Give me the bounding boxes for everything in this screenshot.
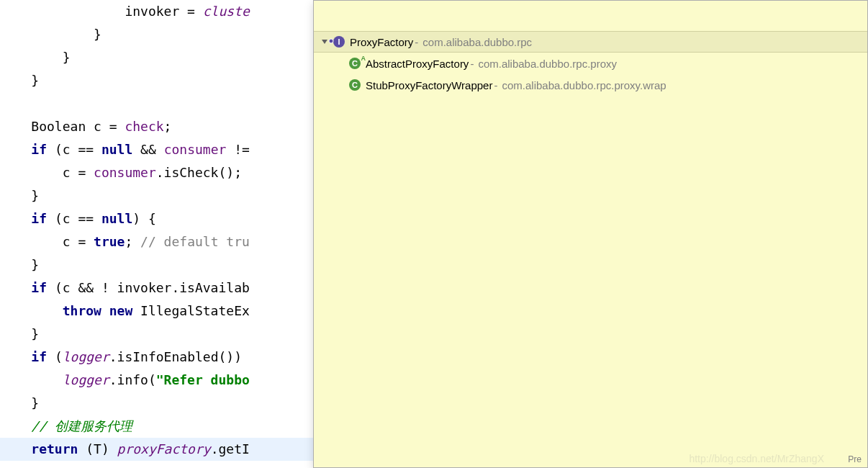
watermark: http://blog.csdn.net/MrZhangX (689, 453, 824, 464)
hierarchy-popup: I ProxyFactory - com.alibaba.dubbo.rpc C… (313, 0, 868, 468)
tree-child-row[interactable]: CAAbstractProxyFactory - com.alibaba.dub… (314, 53, 867, 74)
hierarchy-tree[interactable]: I ProxyFactory - com.alibaba.dubbo.rpc C… (314, 31, 867, 96)
svg-marker-0 (322, 40, 327, 44)
class-icon: CA (348, 57, 361, 70)
popup-footer-hint: Pre (848, 454, 862, 464)
separator: - (470, 58, 474, 70)
tree-child-name: AbstractProxyFactory (366, 58, 469, 70)
tree-root-name: ProxyFactory (350, 36, 413, 48)
tree-root-row[interactable]: I ProxyFactory - com.alibaba.dubbo.rpc (314, 31, 867, 53)
separator: - (415, 36, 418, 48)
interface-icon: I (333, 35, 345, 48)
class-icon: C (348, 78, 361, 91)
tree-child-pkg: com.alibaba.dubbo.rpc.proxy (478, 58, 617, 70)
tree-root-pkg: com.alibaba.dubbo.rpc (422, 36, 532, 48)
separator: - (494, 79, 497, 91)
svg-point-1 (329, 39, 333, 43)
tree-child-name: StubProxyFactoryWrapper (366, 79, 492, 91)
tree-child-row[interactable]: CStubProxyFactoryWrapper - com.alibaba.d… (314, 74, 867, 96)
tree-child-pkg: com.alibaba.dubbo.rpc.proxy.wrap (502, 79, 666, 91)
abstract-badge-icon: A (361, 55, 366, 62)
popup-header-space (314, 1, 867, 31)
